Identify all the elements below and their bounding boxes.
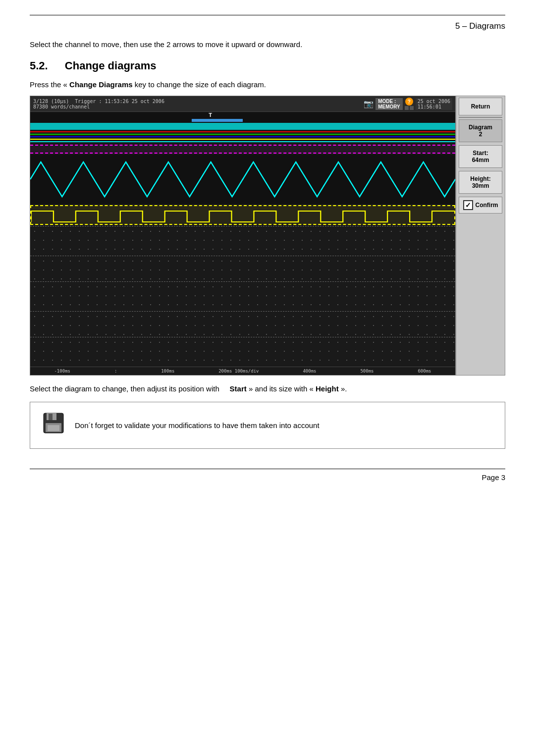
svg-rect-13	[49, 414, 53, 420]
start-button[interactable]: Start:64mm	[459, 145, 502, 168]
cyan2-line	[30, 141, 455, 142]
dotted-area-5	[30, 338, 455, 367]
yellow-band	[30, 205, 455, 225]
intro-text: Select the channel to move, then use the…	[30, 40, 505, 49]
checkmark-icon: ✓	[463, 200, 473, 210]
return-button[interactable]: Return	[459, 98, 502, 115]
yellow-line	[30, 139, 455, 140]
sine-svg	[30, 155, 455, 204]
blue-line	[30, 136, 455, 137]
diagram-button[interactable]: Diagram2	[459, 119, 502, 142]
red-line	[30, 131, 455, 132]
osc-topbar: 3/128 (10µs) Trigger : 11:53:26 25 oct 2…	[30, 96, 455, 112]
osc-sidebar: Return Diagram2 Start:64mm Height:30mm ✓…	[455, 96, 505, 375]
green-line	[30, 134, 455, 135]
t-label: T	[209, 112, 212, 118]
page-number: Page 3	[30, 473, 505, 482]
dotted-area-2	[30, 257, 455, 281]
page-header: 5 – Diagrams	[30, 21, 505, 31]
dotted-area-3	[30, 282, 455, 311]
osc-info: 3/128 (10µs) Trigger : 11:53:26 25 oct 2…	[33, 99, 164, 109]
t-bar	[192, 119, 243, 122]
cyan-band	[30, 123, 455, 130]
top-rule	[30, 15, 505, 15]
sine-wave-area	[30, 155, 455, 204]
osc-axis: -100ms : 100ms 200ms 100ms/div 400ms 500…	[30, 367, 455, 375]
osc-question-icon: ?	[405, 98, 414, 110]
select-diagram-text: Select the diagram to change, then adjus…	[30, 384, 505, 393]
confirm-button[interactable]: ✓ Confirm	[459, 197, 502, 214]
bottom-rule	[30, 469, 505, 469]
svg-rect-15	[48, 425, 59, 431]
dotted-area-1	[30, 227, 455, 256]
dotted-area-4	[30, 312, 455, 337]
magenta-band	[30, 145, 455, 154]
note-text: Don´t forget to validate your modificati…	[75, 421, 320, 430]
t-marker-row: T	[30, 112, 455, 123]
osc-screen: 3/128 (10µs) Trigger : 11:53:26 25 oct 2…	[30, 96, 455, 375]
press-text: Press the « Change Diagrams key to chang…	[30, 80, 505, 89]
osc-mode-area: 📷 MODE :MEMORY ? 25 oct 200611:56:01	[364, 98, 452, 110]
section-title: 5.2. Change diagrams	[30, 59, 505, 72]
osc-icon: 📷	[364, 99, 374, 108]
note-box: Don´t forget to validate your modificati…	[30, 402, 505, 449]
thin-lines	[30, 130, 455, 144]
height-button[interactable]: Height:30mm	[459, 171, 502, 194]
osc-mode: MODE :MEMORY	[375, 98, 403, 110]
oscilloscope-display: 3/128 (10µs) Trigger : 11:53:26 25 oct 2…	[30, 96, 505, 376]
osc-datetime: 25 oct 200611:56:01	[416, 98, 452, 110]
page-container: 5 – Diagrams Select the channel to move,…	[0, 0, 535, 501]
note-icon	[41, 411, 66, 439]
